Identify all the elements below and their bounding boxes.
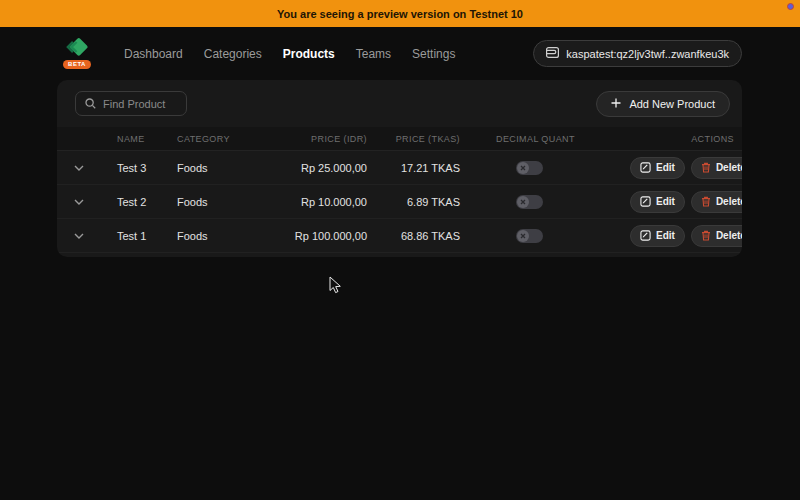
decimal-quant-toggle[interactable] xyxy=(516,229,543,243)
add-new-product-button[interactable]: Add New Product xyxy=(596,91,730,117)
table-row: Test 1 Foods Rp 100.000,00 68.86 TKAS Ed… xyxy=(57,219,742,253)
product-price-idr: Rp 10.000,00 xyxy=(277,196,367,208)
add-new-product-label: Add New Product xyxy=(629,98,715,110)
row-expand-button[interactable] xyxy=(57,199,101,205)
preview-banner-text: You are seeing a preview version on Test… xyxy=(277,8,523,20)
product-price-idr: Rp 100.000,00 xyxy=(277,230,367,242)
decimal-quant-cell xyxy=(460,195,630,209)
delete-button[interactable]: Delete xyxy=(691,225,742,247)
edit-label: Edit xyxy=(656,196,675,207)
toggle-knob-x-icon xyxy=(517,230,529,242)
plus-icon xyxy=(611,98,621,110)
row-actions: Edit Delete xyxy=(630,191,742,213)
edit-label: Edit xyxy=(656,162,675,173)
row-actions: Edit Delete xyxy=(630,157,742,179)
pencil-square-icon xyxy=(640,196,651,207)
wallet-address-text: kaspatest:qz2ljv3twf..zwanfkeu3k xyxy=(566,48,729,60)
navbar: BETA Dashboard Categories Products Teams… xyxy=(0,27,800,80)
chevron-down-icon xyxy=(74,199,84,205)
wallet-address-button[interactable]: kaspatest:qz2ljv3twf..zwanfkeu3k xyxy=(533,40,742,67)
toggle-knob-x-icon xyxy=(517,162,529,174)
trash-icon xyxy=(701,162,711,173)
recording-indicator-dot xyxy=(787,3,794,10)
search-icon xyxy=(85,95,96,113)
product-price-tkas: 68.86 TKAS xyxy=(367,230,460,242)
preview-banner: You are seeing a preview version on Test… xyxy=(0,0,800,27)
row-expand-button[interactable] xyxy=(57,233,101,239)
table-header: NAME CATEGORY PRICE (IDR) PRICE (TKAS) D… xyxy=(57,127,742,151)
col-header-price-tkas: PRICE (TKAS) xyxy=(367,134,460,144)
product-name: Test 1 xyxy=(101,230,177,242)
col-header-category: CATEGORY xyxy=(177,134,277,144)
edit-button[interactable]: Edit xyxy=(630,225,685,247)
table-row: Test 2 Foods Rp 10.000,00 6.89 TKAS Edit… xyxy=(57,185,742,219)
chevron-down-icon xyxy=(74,233,84,239)
toggle-knob-x-icon xyxy=(517,196,529,208)
row-actions: Edit Delete xyxy=(630,225,742,247)
nav-item-products[interactable]: Products xyxy=(283,47,335,61)
edit-label: Edit xyxy=(656,230,675,241)
product-price-idr: Rp 25.000,00 xyxy=(277,162,367,174)
nav-item-categories[interactable]: Categories xyxy=(204,47,262,61)
wallet-icon xyxy=(546,47,559,60)
nav-item-dashboard[interactable]: Dashboard xyxy=(124,47,183,61)
decimal-quant-toggle[interactable] xyxy=(516,161,543,175)
col-header-actions: ACTIONS xyxy=(630,134,742,144)
product-price-tkas: 17.21 TKAS xyxy=(367,162,460,174)
trash-icon xyxy=(701,196,711,207)
table-row: Test 3 Foods Rp 25.000,00 17.21 TKAS Edi… xyxy=(57,151,742,185)
product-category: Foods xyxy=(177,230,277,242)
col-header-price-idr: PRICE (IDR) xyxy=(277,134,367,144)
delete-button[interactable]: Delete xyxy=(691,191,742,213)
app-logo[interactable]: BETA xyxy=(57,38,97,69)
product-price-tkas: 6.89 TKAS xyxy=(367,196,460,208)
delete-label: Delete xyxy=(716,162,742,173)
product-category: Foods xyxy=(177,162,277,174)
product-name: Test 2 xyxy=(101,196,177,208)
delete-label: Delete xyxy=(716,196,742,207)
mouse-cursor xyxy=(329,276,342,298)
decimal-quant-cell xyxy=(460,229,630,243)
pencil-square-icon xyxy=(640,230,651,241)
chevron-down-icon xyxy=(74,165,84,171)
edit-button[interactable]: Edit xyxy=(630,191,685,213)
trash-icon xyxy=(701,230,711,241)
product-name: Test 3 xyxy=(101,162,177,174)
col-header-name: NAME xyxy=(101,134,177,144)
edit-button[interactable]: Edit xyxy=(630,157,685,179)
products-panel: Add New Product NAME CATEGORY PRICE (IDR… xyxy=(57,80,742,257)
row-expand-button[interactable] xyxy=(57,165,101,171)
panel-toolbar: Add New Product xyxy=(57,80,742,127)
delete-button[interactable]: Delete xyxy=(691,157,742,179)
nav-item-teams[interactable]: Teams xyxy=(356,47,391,61)
decimal-quant-toggle[interactable] xyxy=(516,195,543,209)
nav-item-settings[interactable]: Settings xyxy=(412,47,455,61)
product-category: Foods xyxy=(177,196,277,208)
col-header-decimal-quant: DECIMAL QUANT xyxy=(460,134,630,144)
search-input[interactable] xyxy=(103,98,177,110)
beta-badge: BETA xyxy=(63,60,91,69)
pencil-square-icon xyxy=(640,162,651,173)
main-nav: Dashboard Categories Products Teams Sett… xyxy=(124,47,455,61)
decimal-quant-cell xyxy=(460,161,630,175)
delete-label: Delete xyxy=(716,230,742,241)
product-search[interactable] xyxy=(75,91,187,116)
